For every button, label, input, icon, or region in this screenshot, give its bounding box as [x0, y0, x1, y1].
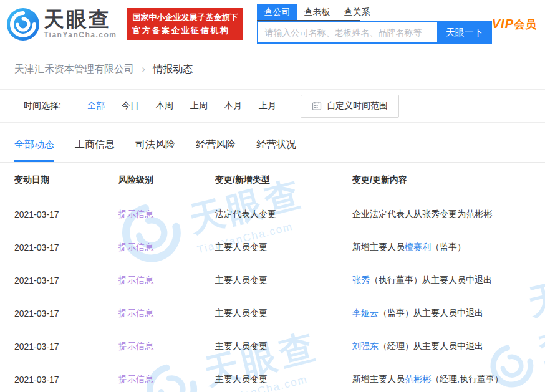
column-header-type: 变更/新增类型 [215, 174, 352, 186]
breadcrumb-company-link[interactable]: 天津汇禾资本管理有限公司 [14, 64, 134, 74]
column-header-risk: 风险级别 [118, 174, 215, 186]
risk-level-tag[interactable]: 提示信息 [118, 374, 153, 384]
person-link[interactable]: 刘强东 [352, 341, 379, 351]
change-date: 2021-03-17 [14, 308, 118, 318]
change-type: 主要人员变更 [215, 374, 352, 385]
page: 天眼查 TianYanCha.com 天眼查 TianYanCha.com 天眼… [0, 0, 545, 392]
risk-level-tag[interactable]: 提示信息 [118, 242, 153, 252]
badge-line1: 国家中小企业发展子基金旗下 [132, 11, 238, 24]
person-link[interactable]: 张秀 [352, 275, 370, 285]
change-content: 企业法定代表人从张秀变更为范彬彬 [352, 209, 545, 220]
change-content: 刘强东（经理）从主要人员中退出 [352, 341, 545, 352]
time-filter-bar: 时间选择: 全部 今日 本周 上周 本月 上月 自定义时间范围 [0, 89, 545, 123]
tab-operation-risk[interactable]: 经营风险 [196, 138, 236, 162]
change-date: 2021-03-17 [14, 275, 118, 285]
table-row: 2021-03-17 提示信息 主要人员变更 张秀（执行董事）从主要人员中退出 [0, 264, 545, 297]
content-text: （经理）从主要人员中退出 [379, 341, 483, 351]
change-type: 主要人员变更 [215, 242, 352, 253]
person-link[interactable]: 李娅云 [352, 308, 379, 318]
time-option-last-month[interactable]: 上月 [259, 100, 276, 112]
change-type: 主要人员变更 [215, 308, 352, 319]
logo-title: 天眼查 [44, 9, 117, 31]
breadcrumb: 天津汇禾资本管理有限公司 › 情报动态 [0, 47, 545, 89]
search-tab-company[interactable]: 查公司 [257, 4, 297, 20]
column-header-content: 变更/更新内容 [352, 174, 545, 186]
content-text: 企业法定代表人从张秀变更为范彬彬 [352, 209, 492, 219]
content-text: 新增主要人员 [352, 374, 405, 384]
search-button[interactable]: 天眼一下 [437, 21, 492, 44]
person-link[interactable]: 范彬彬 [405, 374, 431, 384]
search-tab-boss[interactable]: 查老板 [297, 4, 337, 20]
search-tab-relation[interactable]: 查关系 [337, 4, 377, 20]
table-row: 2021-03-17 提示信息 主要人员变更 李娅云（监事）从主要人员中退出 [0, 297, 545, 330]
change-content: 新增主要人员檀赛利（监事） [352, 242, 545, 253]
tab-business-info[interactable]: 工商信息 [75, 138, 115, 162]
badge-line2: 官方备案企业征信机构 [132, 24, 238, 37]
change-type: 主要人员变更 [215, 341, 352, 352]
risk-level-tag[interactable]: 提示信息 [118, 209, 153, 219]
logo-domain: TianYanCha.com [44, 31, 117, 39]
search-area: 查公司 查老板 查关系 天眼一下 [257, 4, 491, 44]
change-date: 2021-03-17 [14, 375, 118, 385]
content-text: （监事）从主要人员中退出 [379, 308, 483, 318]
person-link[interactable]: 檀赛利 [405, 242, 431, 252]
tab-judicial-risk[interactable]: 司法风险 [135, 138, 175, 162]
time-filter-label: 时间选择: [24, 100, 61, 112]
time-option-last-week[interactable]: 上周 [190, 100, 208, 112]
table-header: 变动日期 风险级别 变更/新增类型 变更/更新内容 [0, 163, 545, 198]
risk-level-tag[interactable]: 提示信息 [118, 308, 153, 318]
search-tabs: 查公司 查老板 查关系 [257, 4, 360, 21]
certification-badge: 国家中小企业发展子基金旗下 官方备案企业征信机构 [127, 8, 243, 39]
table-row: 2021-03-17 提示信息 主要人员变更 新增主要人员檀赛利（监事） [0, 231, 545, 264]
custom-time-range-label: 自定义时间范围 [327, 100, 388, 112]
time-option-all[interactable]: 全部 [87, 100, 105, 112]
change-type: 法定代表人变更 [215, 209, 352, 220]
vip-cn: 会员 [514, 18, 536, 31]
vip-member-link[interactable]: VIP会员 [492, 17, 536, 32]
breadcrumb-current: 情报动态 [153, 64, 193, 74]
change-date: 2021-03-17 [14, 242, 118, 252]
time-option-this-week[interactable]: 本周 [156, 100, 173, 112]
content-text: （经理,执行董事） [431, 374, 503, 384]
table-body: 2021-03-17 提示信息 法定代表人变更 企业法定代表人从张秀变更为范彬彬… [0, 198, 545, 392]
category-tabs: 全部动态 工商信息 司法风险 经营风险 经营状况 [0, 123, 545, 163]
change-type: 主要人员变更 [215, 275, 352, 286]
table-row: 2021-03-17 提示信息 主要人员变更 新增主要人员范彬彬（经理,执行董事… [0, 363, 545, 392]
time-option-this-month[interactable]: 本月 [224, 100, 242, 112]
content-text: （监事） [431, 242, 466, 252]
risk-level-tag[interactable]: 提示信息 [118, 341, 153, 351]
content-text: （执行董事）从主要人员中退出 [370, 275, 492, 285]
change-date: 2021-03-17 [14, 209, 118, 219]
tab-operation-status[interactable]: 经营状况 [256, 138, 296, 162]
breadcrumb-separator: › [142, 64, 145, 74]
header: 天眼查 TianYanCha.com 国家中小企业发展子基金旗下 官方备案企业征… [0, 0, 545, 47]
column-header-date: 变动日期 [14, 174, 118, 186]
custom-time-range-button[interactable]: 自定义时间范围 [301, 95, 399, 118]
search-input[interactable] [257, 21, 436, 44]
time-option-today[interactable]: 今日 [122, 100, 139, 112]
tab-all-updates[interactable]: 全部动态 [14, 138, 54, 162]
change-content: 新增主要人员范彬彬（经理,执行董事） [352, 374, 545, 385]
tianyancha-swirl-icon [6, 7, 40, 41]
calendar-icon [312, 101, 322, 111]
risk-level-tag[interactable]: 提示信息 [118, 275, 153, 285]
change-content: 李娅云（监事）从主要人员中退出 [352, 308, 545, 319]
tianyancha-logo[interactable]: 天眼查 TianYanCha.com [6, 7, 117, 41]
table-row: 2021-03-17 提示信息 法定代表人变更 企业法定代表人从张秀变更为范彬彬 [0, 198, 545, 231]
vip-en: VIP [492, 17, 514, 31]
content-text: 新增主要人员 [352, 242, 405, 252]
change-date: 2021-03-17 [14, 342, 118, 351]
table-row: 2021-03-17 提示信息 主要人员变更 刘强东（经理）从主要人员中退出 [0, 330, 545, 363]
change-content: 张秀（执行董事）从主要人员中退出 [352, 275, 545, 286]
